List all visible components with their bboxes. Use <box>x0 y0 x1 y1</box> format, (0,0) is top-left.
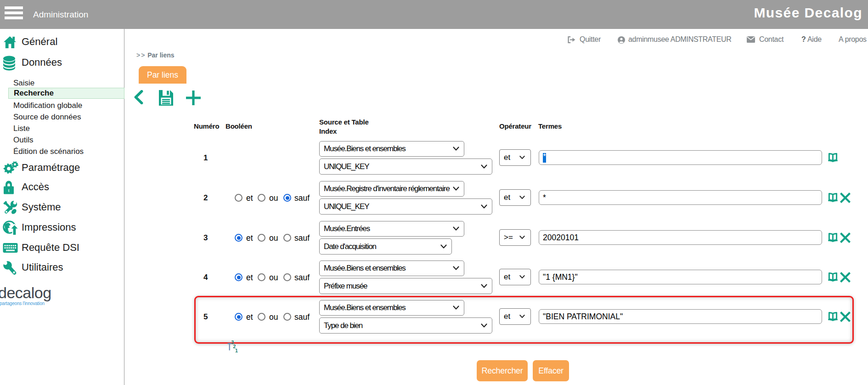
svg-text:t: t <box>8 188 10 193</box>
svg-text:1: 1 <box>235 348 238 353</box>
